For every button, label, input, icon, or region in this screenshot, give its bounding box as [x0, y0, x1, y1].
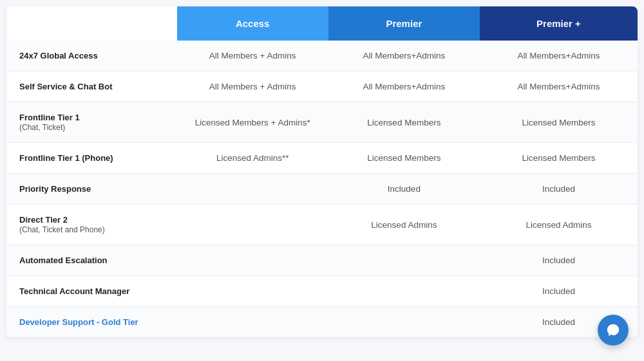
feature-cell: 24x7 Global Access	[6, 41, 177, 71]
feature-cell: Frontline Tier 1 (Phone)	[6, 143, 177, 174]
table-row: Automated EscalationIncluded	[6, 245, 638, 276]
feature-cell: Automated Escalation	[6, 245, 177, 276]
access-cell: All Members + Admins	[177, 71, 328, 102]
table-row: Frontline Tier 1(Chat, Ticket)Licensed M…	[6, 102, 638, 143]
feature-cell: Priority Response	[6, 174, 177, 205]
access-cell: Licensed Members + Admins*	[177, 102, 328, 143]
premier_plus-cell: Licensed Admins	[480, 205, 638, 245]
feature-cell: Technical Account Manager	[6, 276, 177, 307]
feature-cell: Self Service & Chat Bot	[6, 71, 177, 102]
premier-cell: All Members+Admins	[328, 41, 480, 71]
premier_plus-cell: Licensed Members	[480, 102, 638, 143]
access-cell	[177, 307, 328, 338]
premier_plus-cell: Included	[480, 174, 638, 205]
premier-cell: All Members+Admins	[328, 71, 480, 102]
chat-icon	[606, 323, 620, 337]
feature-cell: Developer Support - Gold Tier	[6, 307, 177, 338]
premier_plus-cell: Licensed Members	[480, 143, 638, 174]
table-row: Direct Tier 2(Chat, Ticket and Phone)Lic…	[6, 205, 638, 245]
header-access-col: Access	[177, 6, 328, 41]
premier-cell: Licensed Members	[328, 102, 480, 143]
header-premier-col: Premier	[328, 6, 480, 41]
premier-cell: Licensed Admins	[328, 205, 480, 245]
premier-cell	[328, 276, 480, 307]
table-row: Developer Support - Gold TierIncluded	[6, 307, 638, 338]
feature-cell: Frontline Tier 1(Chat, Ticket)	[6, 102, 177, 143]
premier-cell: Licensed Members	[328, 143, 480, 174]
premier-cell	[328, 245, 480, 276]
access-cell: All Members + Admins	[177, 41, 328, 71]
access-cell	[177, 276, 328, 307]
table-row: Technical Account ManagerIncluded	[6, 276, 638, 307]
feature-cell: Direct Tier 2(Chat, Ticket and Phone)	[6, 205, 177, 245]
premier_plus-cell: All Members+Admins	[480, 41, 638, 71]
access-cell	[177, 174, 328, 205]
chat-bubble-button[interactable]	[598, 315, 629, 346]
table-row: 24x7 Global AccessAll Members + AdminsAl…	[6, 41, 638, 71]
comparison-table: Access Premier Premier + 24x7 Global Acc…	[6, 6, 638, 337]
header-feature-col	[6, 6, 177, 41]
access-cell	[177, 205, 328, 245]
premier_plus-cell: Included	[480, 276, 638, 307]
header-premier-plus-col: Premier +	[480, 6, 638, 41]
table-row: Frontline Tier 1 (Phone)Licensed Admins*…	[6, 143, 638, 174]
premier_plus-cell: Included	[480, 245, 638, 276]
premier-cell: Included	[328, 174, 480, 205]
premier-cell	[328, 307, 480, 338]
feature-link[interactable]: Developer Support - Gold Tier	[19, 317, 138, 327]
premier_plus-cell: All Members+Admins	[480, 71, 638, 102]
access-cell: Licensed Admins**	[177, 143, 328, 174]
table-row: Priority ResponseIncludedIncluded	[6, 174, 638, 205]
access-cell	[177, 245, 328, 276]
table-row: Self Service & Chat BotAll Members + Adm…	[6, 71, 638, 102]
